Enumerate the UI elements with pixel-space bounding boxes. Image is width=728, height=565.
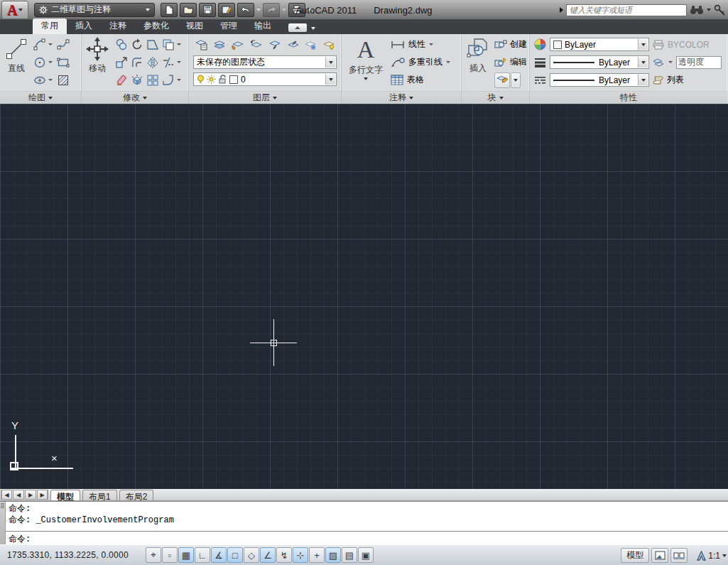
polar-tracking-toggle[interactable]: ∡ [211, 547, 227, 563]
copy-button[interactable] [114, 37, 129, 53]
qat-customize-caret[interactable] [308, 9, 312, 11]
circle-button[interactable] [32, 55, 48, 70]
layer-unisolate-button[interactable] [285, 37, 300, 53]
list-label[interactable]: 列表 [667, 74, 684, 86]
layer-properties-button[interactable] [193, 37, 209, 53]
edit-attributes-caret[interactable] [511, 72, 521, 88]
rectangle-button[interactable] [55, 55, 71, 70]
draw-panel-label[interactable]: 绘图 [0, 91, 81, 104]
layer-previous-button[interactable] [248, 37, 264, 53]
hatch-button[interactable] [55, 72, 71, 88]
transparency-icon[interactable] [653, 58, 664, 67]
edit-attributes-button[interactable] [494, 72, 510, 88]
workspace-switcher[interactable]: 二维草图与注释 [34, 3, 155, 17]
polyline-button[interactable] [55, 37, 71, 53]
object-snap-tracking-toggle[interactable]: ∠ [260, 547, 276, 563]
tab-annotate[interactable]: 注释 [101, 18, 135, 34]
layer-current-button[interactable] [229, 37, 245, 53]
first-tab-button[interactable]: ◀ [1, 490, 12, 500]
tab-parametric[interactable]: 参数化 [135, 18, 178, 34]
modify-panel-label[interactable]: 修改 [82, 91, 188, 104]
trim-button[interactable] [161, 55, 176, 70]
properties-panel-label[interactable]: 特性 [530, 91, 727, 104]
ellipse-dropdown-caret[interactable] [48, 79, 53, 81]
linear-caret[interactable] [429, 43, 433, 45]
ribbon-minimize-button[interactable] [288, 23, 307, 32]
create-block-button[interactable]: 创建 [494, 36, 527, 53]
tab-insert[interactable]: 插入 [67, 18, 101, 34]
plot-button[interactable] [288, 3, 305, 17]
3d-object-snap-toggle[interactable]: ◇ [244, 547, 259, 563]
last-tab-button[interactable]: ▶ [37, 490, 48, 500]
selection-cycling-toggle[interactable]: ▣ [358, 547, 374, 563]
ellipse-button[interactable] [32, 72, 48, 88]
multileader-caret[interactable] [446, 61, 450, 63]
tab-view[interactable]: 视图 [178, 18, 212, 34]
transparency-caret[interactable] [668, 61, 673, 63]
command-history[interactable]: 命令: 命令: _CustomerInvolvementProgram [6, 502, 728, 531]
grid-display-toggle[interactable]: ▦ [178, 547, 194, 563]
tab-model[interactable]: 模型 [50, 490, 80, 500]
tab-home[interactable]: 常用 [33, 18, 67, 34]
search-options-caret[interactable] [707, 9, 711, 11]
save-as-button[interactable] [218, 3, 235, 17]
search-input[interactable] [566, 4, 687, 16]
drawing-canvas[interactable]: Y × [0, 104, 728, 489]
object-snap-toggle[interactable]: □ [227, 547, 243, 563]
layer-match-button[interactable] [212, 37, 227, 53]
layer-freeze-button[interactable] [303, 37, 318, 53]
quick-properties-toggle[interactable]: ▤ [342, 547, 357, 563]
undo-dropdown-caret[interactable] [256, 9, 261, 11]
multileader-button[interactable]: 多重引线 [391, 53, 450, 71]
layer-dropdown[interactable]: 0 [193, 72, 337, 86]
mtext-button[interactable]: A 多行文字 [344, 36, 388, 82]
draw-order-button[interactable] [161, 37, 176, 53]
fillet-button[interactable] [161, 72, 176, 88]
layers-panel-label[interactable]: 图层 [189, 91, 341, 104]
redo-dropdown-caret[interactable] [282, 9, 286, 11]
tab-layout2[interactable]: 布局2 [119, 490, 154, 500]
undo-button[interactable] [237, 3, 254, 17]
arc-button[interactable] [32, 37, 48, 53]
linear-dimension-button[interactable]: 线性 [391, 36, 450, 53]
command-window-grip[interactable] [0, 502, 6, 544]
lineweight-dropdown[interactable]: ByLayer [550, 55, 649, 69]
snap-mode-toggle[interactable]: ▫ [162, 547, 178, 563]
array-button[interactable] [145, 72, 161, 88]
layer-off-button[interactable] [321, 37, 337, 53]
lineweight-icon[interactable] [534, 58, 546, 68]
fillet-caret[interactable] [177, 79, 181, 81]
lineweight-toggle[interactable]: + [309, 547, 325, 563]
annotation-panel-label[interactable]: 注释 [342, 91, 461, 104]
table-button[interactable]: 表格 [391, 71, 450, 89]
move-button[interactable]: 移动 [84, 36, 111, 76]
edit-block-button[interactable]: 编辑 [494, 53, 527, 71]
insert-block-button[interactable]: 插入 [464, 36, 492, 76]
ortho-mode-toggle[interactable]: ∟ [195, 547, 210, 563]
rotate-button[interactable] [129, 37, 145, 53]
model-space-button[interactable]: 模型 [621, 548, 649, 563]
offset-button[interactable] [129, 55, 145, 70]
draw-order-caret[interactable] [177, 43, 181, 45]
block-panel-label[interactable]: 块 [462, 91, 529, 104]
annotation-scale-control[interactable]: 1:1 [697, 551, 727, 561]
quick-view-drawings-button[interactable] [670, 548, 688, 563]
circle-dropdown-caret[interactable] [48, 61, 53, 63]
tab-layout1[interactable]: 布局1 [82, 490, 117, 500]
infer-constraints-toggle[interactable]: ⌖ [146, 547, 161, 563]
subscription-key-icon[interactable] [714, 4, 727, 16]
object-color-icon[interactable] [534, 38, 546, 50]
ribbon-minimize-caret[interactable] [311, 27, 315, 30]
tab-output[interactable]: 输出 [246, 18, 280, 34]
layer-state-dropdown[interactable]: 未保存的图层状态 [193, 55, 337, 69]
quick-view-layouts-button[interactable] [651, 548, 668, 563]
open-file-button[interactable] [180, 3, 197, 17]
trim-caret[interactable] [177, 61, 181, 63]
command-prompt-input[interactable]: 命令: [6, 531, 728, 544]
coordinate-readout[interactable]: 1735.3310, 1133.2225, 0.0000 [0, 550, 146, 560]
transparency-toggle[interactable]: ▨ [325, 547, 341, 563]
arc-dropdown-caret[interactable] [48, 43, 53, 45]
dynamic-input-toggle[interactable]: ⊹ [293, 547, 308, 563]
layer-isolate-button[interactable] [266, 37, 282, 53]
scale-button[interactable] [114, 55, 129, 70]
